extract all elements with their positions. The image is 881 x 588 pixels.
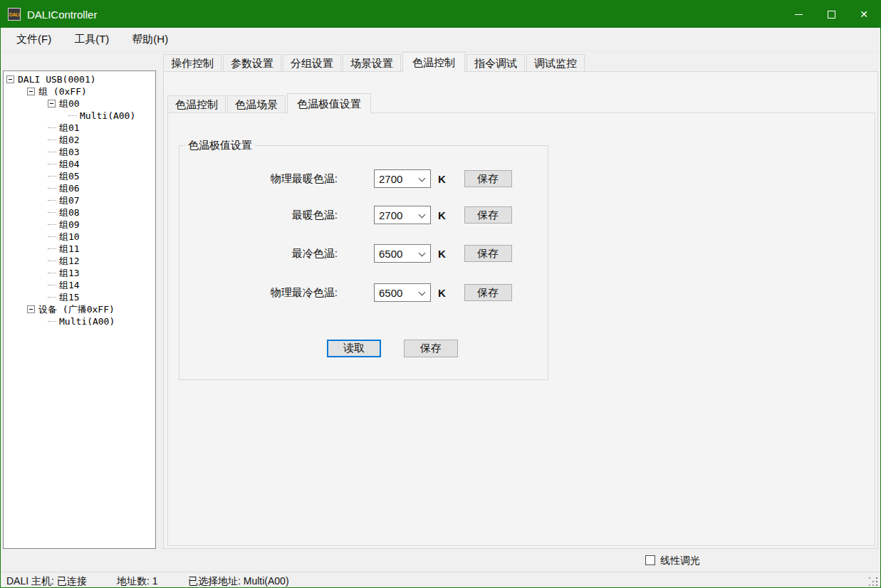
tree-item-label: Multi(A00) — [80, 110, 135, 122]
tree-item-label: 组07 — [59, 194, 80, 206]
cct-field-row: 物理最冷色温: 6500 K 保存 — [179, 283, 548, 302]
tree-connector — [48, 127, 56, 128]
cct-combobox[interactable]: 6500 — [374, 283, 431, 302]
app-window: DALI DALIController ✕ 文件(F)工具(T)帮助(H) DA… — [0, 0, 881, 588]
cct-field-row: 最冷色温: 6500 K 保存 — [179, 244, 548, 263]
main-tab[interactable]: 场景设置 — [343, 54, 401, 72]
sub-tab[interactable]: 色温场景 — [227, 95, 286, 113]
app-icon: DALI — [8, 8, 21, 21]
tree-item-label: 组15 — [59, 291, 80, 303]
tree-item[interactable]: 组14 — [4, 279, 155, 291]
tree-item-label: Multi(A00) — [59, 315, 115, 327]
tree-item[interactable]: 组04 — [4, 158, 155, 170]
collapse-icon[interactable] — [27, 88, 35, 95]
tree-item-label: 组13 — [59, 267, 80, 279]
chevron-down-icon — [419, 289, 426, 296]
tree-item[interactable]: 组13 — [4, 267, 155, 279]
menu-item[interactable]: 工具(T) — [63, 28, 120, 51]
read-button[interactable]: 读取 — [327, 340, 381, 357]
sub-tabstrip: 色温控制色温场景色温极值设置 — [167, 93, 372, 113]
tree-item[interactable]: 组06 — [4, 182, 155, 194]
tree-item[interactable]: 组12 — [4, 255, 155, 267]
linear-dimming-checkbox[interactable] — [645, 555, 655, 565]
tree-item[interactable]: 组05 — [4, 170, 155, 182]
tree-connector — [48, 285, 56, 285]
main-tab[interactable]: 指令调试 — [466, 54, 525, 72]
main-tab[interactable]: 参数设置 — [223, 54, 281, 72]
tree-item[interactable]: 组 (0xFF) — [4, 85, 155, 98]
cct-combobox[interactable]: 2700 — [374, 169, 431, 188]
tree-connector — [48, 236, 56, 237]
tree-connector — [48, 140, 56, 140]
tree-connector — [48, 321, 56, 322]
tree-item-label: DALI USB(0001) — [18, 73, 96, 85]
groupbox-title: 色温极值设置 — [185, 139, 255, 152]
collapse-icon[interactable] — [48, 100, 56, 107]
resize-grip-icon[interactable] — [869, 577, 877, 586]
tree-item-label: 组14 — [59, 279, 80, 291]
tree-item-label: 组 (0xFF) — [38, 85, 87, 98]
footer-strip: 线性调光 — [1, 549, 880, 572]
tree-connector — [68, 115, 77, 116]
cct-field-row: 最暖色温: 2700 K 保存 — [179, 206, 548, 224]
save-button[interactable]: 保存 — [464, 245, 512, 262]
status-selected-address: 已选择地址: Multi(A00) — [188, 575, 289, 588]
collapse-icon[interactable] — [27, 305, 35, 313]
tree-item[interactable]: 组08 — [4, 206, 155, 219]
tree-item[interactable]: 组07 — [4, 194, 155, 206]
cct-combobox[interactable]: 6500 — [374, 244, 431, 263]
tree-item[interactable]: Multi(A00) — [4, 315, 155, 327]
tree-connector — [48, 297, 56, 298]
main-tab[interactable]: 操作控制 — [163, 54, 221, 72]
tree-item[interactable]: 组09 — [4, 219, 155, 231]
collapse-icon[interactable] — [6, 75, 14, 83]
tree-connector — [48, 164, 56, 164]
tree-item-label: 设备 (广播0xFF) — [38, 303, 115, 315]
unit-label: K — [438, 173, 446, 185]
main-tab[interactable]: 调试监控 — [526, 54, 585, 72]
tree-item[interactable]: 组11 — [4, 243, 155, 255]
save-button[interactable]: 保存 — [464, 206, 512, 224]
window-controls: ✕ — [782, 1, 880, 28]
minimize-button[interactable] — [782, 1, 815, 28]
tree-item[interactable]: 组15 — [4, 291, 155, 303]
close-button[interactable]: ✕ — [848, 1, 880, 28]
unit-label: K — [438, 287, 446, 299]
cct-extremes-groupbox: 色温极值设置 物理最暖色温: 2700 K 保存 最暖色温: — [179, 145, 548, 380]
tree-item[interactable]: 组02 — [4, 134, 155, 146]
unit-label: K — [438, 248, 446, 260]
cct-field-row: 物理最暖色温: 2700 K 保存 — [179, 169, 548, 188]
field-label: 物理最暖色温: — [179, 172, 338, 186]
tree-item[interactable]: Multi(A00) — [4, 110, 155, 122]
tree-item-label: 组09 — [59, 219, 80, 231]
cct-combobox[interactable]: 2700 — [374, 206, 431, 224]
main-tab[interactable]: 色温控制 — [402, 52, 465, 73]
field-label: 最暖色温: — [179, 209, 338, 222]
sub-tab[interactable]: 色温控制 — [167, 95, 226, 113]
menu-item[interactable]: 帮助(H) — [120, 28, 179, 51]
tree-item[interactable]: 设备 (广播0xFF) — [4, 303, 155, 315]
save-all-button[interactable]: 保存 — [404, 340, 458, 357]
tree-connector — [48, 273, 56, 273]
save-button[interactable]: 保存 — [464, 284, 512, 301]
tree-item[interactable]: 组03 — [4, 146, 155, 158]
tree-item-label: 组00 — [59, 98, 80, 110]
titlebar: DALI DALIController ✕ — [1, 1, 880, 28]
tree-item[interactable]: 组10 — [4, 231, 155, 243]
sub-tab[interactable]: 色温极值设置 — [287, 93, 371, 114]
save-button[interactable]: 保存 — [464, 170, 512, 187]
tree-item-label: 组10 — [59, 231, 80, 243]
tree-connector — [48, 224, 56, 225]
tree-item[interactable]: DALI USB(0001) — [4, 73, 155, 85]
menubar: 文件(F)工具(T)帮助(H) — [1, 28, 880, 52]
menu-item[interactable]: 文件(F) — [5, 28, 63, 51]
maximize-button[interactable] — [815, 1, 848, 28]
tree-item-label: 组05 — [59, 170, 80, 182]
tree-item[interactable]: 组01 — [4, 122, 155, 134]
tree-item[interactable]: 组00 — [4, 98, 155, 110]
field-label: 物理最冷色温: — [179, 286, 338, 300]
close-icon: ✕ — [860, 9, 868, 19]
status-host: DALI 主机: 已连接 — [6, 575, 87, 588]
main-tab[interactable]: 分组设置 — [283, 54, 341, 72]
tree-item-label: 组02 — [59, 134, 80, 146]
